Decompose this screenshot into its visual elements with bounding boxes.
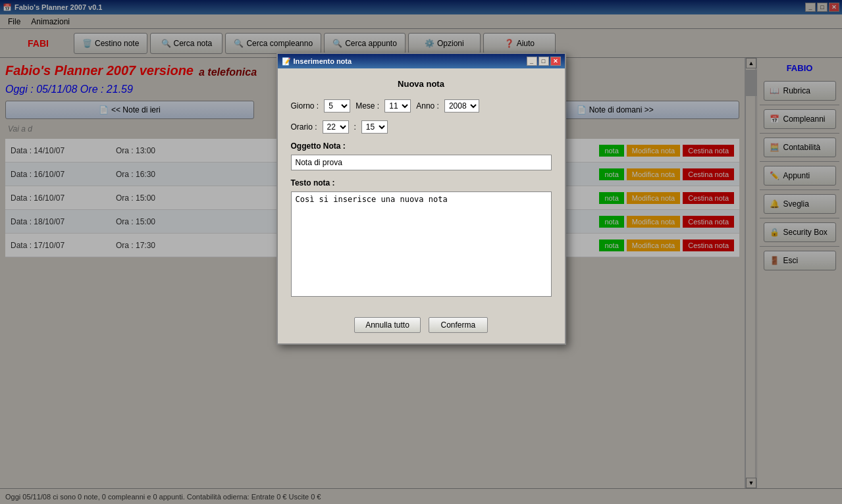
modal-minimize-button[interactable]: _ [527,57,537,66]
modal-body: Nuova nota Giorno : 12345678910111213141… [278,68,565,309]
annulla-button[interactable]: Annulla tutto [354,317,421,333]
giorno-label: Giorno : [291,101,319,111]
modal-dialog: 📝 Inserimento nota _ □ ✕ Nuova nota Gior… [276,53,566,345]
testo-textarea[interactable] [291,191,552,297]
testo-label: Testo nota : [291,178,552,188]
modal-overlay: 📝 Inserimento nota _ □ ✕ Nuova nota Gior… [0,0,842,504]
modal-close-button[interactable]: ✕ [550,57,561,66]
modal-titlebar: 📝 Inserimento nota _ □ ✕ [278,54,565,68]
conferma-button[interactable]: Conferma [429,317,488,333]
ora-select[interactable]: 01234567891011121314151617181920212223 [323,120,349,134]
colon-separator: : [354,122,356,132]
modal-maximize-button[interactable]: □ [539,57,549,66]
oggetto-label: Oggetto Nota : [291,141,552,151]
anno-label: Anno : [416,101,439,111]
orario-label: Orario : [291,122,317,132]
modal-controls: _ □ ✕ [527,57,561,66]
oggetto-input[interactable] [291,155,552,170]
modal-icon: 📝 [282,57,291,66]
date-form-row: Giorno : 1234567891011121314151617181920… [291,99,552,113]
modal-footer: Annulla tutto Conferma [278,309,565,343]
anno-select[interactable]: 20062007200820092010 [444,99,479,113]
modal-title: Inserimento nota [294,57,352,65]
mese-label: Mese : [355,101,379,111]
modal-section-title: Nuova nota [291,79,552,89]
minuti-select[interactable]: 000510152025303540455055 [361,120,388,134]
giorno-select[interactable]: 1234567891011121314151617181920212223242… [324,99,350,113]
time-form-row: Orario : 0123456789101112131415161718192… [291,120,552,134]
mese-select[interactable]: 123456789101112 [384,99,411,113]
